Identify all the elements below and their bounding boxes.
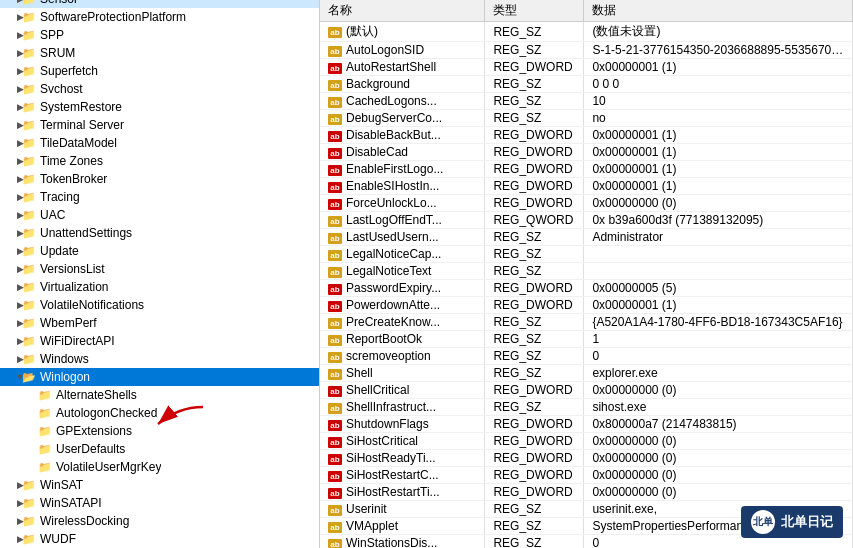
table-row[interactable]: abLastUsedUsern...REG_SZAdministrator <box>320 229 853 246</box>
tree-item-softwareprotectionplatform[interactable]: SoftwareProtectionPlatform <box>0 8 319 26</box>
expand-arrow[interactable] <box>4 66 20 76</box>
tree-item-winlogon[interactable]: Winlogon <box>0 368 319 386</box>
reg-name-cell: abAutoRestartShell <box>320 59 485 76</box>
tree-item-wirelessdocking[interactable]: WirelessDocking <box>0 512 319 530</box>
expand-arrow[interactable] <box>4 282 20 292</box>
tree-item-volatileusermgrkey[interactable]: VolatileUserMgrKey <box>0 458 319 476</box>
tree-item-windows[interactable]: Windows <box>0 350 319 368</box>
reg-data-cell: explorer.exe <box>584 365 853 382</box>
tree-item-volatilenotifications[interactable]: VolatileNotifications <box>0 296 319 314</box>
expand-arrow[interactable] <box>4 138 20 148</box>
tree-item-label: SoftwareProtectionPlatform <box>38 10 186 24</box>
reg-sz-icon: ab <box>328 352 342 363</box>
table-row[interactable]: abDisableCadREG_DWORD0x00000001 (1) <box>320 144 853 161</box>
expand-arrow[interactable] <box>4 480 20 490</box>
expand-arrow[interactable] <box>4 174 20 184</box>
tree-item-terminalserver[interactable]: Terminal Server <box>0 116 319 134</box>
table-row[interactable]: abEnableSIHostIn...REG_DWORD0x00000001 (… <box>320 178 853 195</box>
folder-icon <box>20 208 38 222</box>
tree-item-alternateshells[interactable]: AlternateShells <box>0 386 319 404</box>
table-row[interactable]: abSiHostCriticalREG_DWORD0x00000000 (0) <box>320 433 853 450</box>
tree-item-winsat[interactable]: WinSAT <box>0 476 319 494</box>
expand-arrow[interactable] <box>4 516 20 526</box>
table-row[interactable]: abEnableFirstLogo...REG_DWORD0x00000001 … <box>320 161 853 178</box>
col-name[interactable]: 名称 <box>320 0 485 22</box>
expand-arrow[interactable] <box>4 264 20 274</box>
expand-arrow[interactable] <box>4 210 20 220</box>
tree-item-unattendsettings[interactable]: UnattendSettings <box>0 224 319 242</box>
table-row[interactable]: abAutoLogonSIDREG_SZS-1-5-21-3776154350-… <box>320 42 853 59</box>
table-row[interactable]: abLegalNoticeTextREG_SZ <box>320 263 853 280</box>
table-row[interactable]: abscremoveoptionREG_SZ0 <box>320 348 853 365</box>
expand-arrow[interactable] <box>4 156 20 166</box>
table-row[interactable]: abShellCriticalREG_DWORD0x00000000 (0) <box>320 382 853 399</box>
tree-item-systemrestore[interactable]: SystemRestore <box>0 98 319 116</box>
tree-item-versionslist[interactable]: VersionsList <box>0 260 319 278</box>
tree-item-userdefaults[interactable]: UserDefaults <box>0 440 319 458</box>
tree-item-label: WirelessDocking <box>38 514 129 528</box>
table-row[interactable]: abSiHostRestartC...REG_DWORD0x00000000 (… <box>320 467 853 484</box>
table-row[interactable]: abReportBootOkREG_SZ1 <box>320 331 853 348</box>
expand-arrow[interactable] <box>4 192 20 202</box>
table-row[interactable]: abPowerdownAtte...REG_DWORD0x00000001 (1… <box>320 297 853 314</box>
tree-item-timezones[interactable]: Time Zones <box>0 152 319 170</box>
expand-arrow[interactable] <box>4 228 20 238</box>
expand-arrow[interactable] <box>4 48 20 58</box>
table-row[interactable]: abShellREG_SZexplorer.exe <box>320 365 853 382</box>
table-row[interactable]: abSiHostRestartTi...REG_DWORD0x00000000 … <box>320 484 853 501</box>
reg-sz-icon: ab <box>328 27 342 38</box>
tree-item-spp[interactable]: SPP <box>0 26 319 44</box>
table-row[interactable]: abShellInfrastruct...REG_SZsihost.exe <box>320 399 853 416</box>
table-row[interactable]: abDisableBackBut...REG_DWORD0x00000001 (… <box>320 127 853 144</box>
tree-item-tokenbroker[interactable]: TokenBroker <box>0 170 319 188</box>
table-row[interactable]: abPasswordExpiry...REG_DWORD0x00000005 (… <box>320 280 853 297</box>
expand-arrow[interactable] <box>4 246 20 256</box>
table-row[interactable]: abShutdownFlagsREG_DWORD0x800000a7 (2147… <box>320 416 853 433</box>
tree-item-svchost[interactable]: Svchost <box>0 80 319 98</box>
tree-item-srum[interactable]: SRUM <box>0 44 319 62</box>
table-row[interactable]: abCachedLogons...REG_SZ10 <box>320 93 853 110</box>
expand-arrow[interactable] <box>4 84 20 94</box>
expand-arrow[interactable] <box>4 372 20 382</box>
table-row[interactable]: abSiHostReadyTi...REG_DWORD0x00000000 (0… <box>320 450 853 467</box>
col-data[interactable]: 数据 <box>584 0 853 22</box>
expand-arrow[interactable] <box>4 318 20 328</box>
table-row[interactable]: abBackgroundREG_SZ0 0 0 <box>320 76 853 93</box>
expand-arrow[interactable] <box>4 102 20 112</box>
table-row[interactable]: abPreCreateKnow...REG_SZ{A520A1A4-1780-4… <box>320 314 853 331</box>
registry-tree[interactable]: PortsPrefetcherPrintProfileListProfileNo… <box>0 0 320 548</box>
folder-icon <box>20 46 38 60</box>
expand-arrow[interactable] <box>4 12 20 22</box>
tree-item-wifidirectapi[interactable]: WiFiDirectAPI <box>0 332 319 350</box>
table-row[interactable]: abForceUnlockLo...REG_DWORD0x00000000 (0… <box>320 195 853 212</box>
tree-item-tiledatamodel[interactable]: TileDataModel <box>0 134 319 152</box>
tree-item-wudf[interactable]: WUDF <box>0 530 319 548</box>
expand-arrow[interactable] <box>4 0 20 4</box>
expand-arrow[interactable] <box>4 120 20 130</box>
expand-arrow[interactable] <box>4 498 20 508</box>
tree-item-autologonchecked[interactable]: AutologonChecked <box>0 404 319 422</box>
expand-arrow[interactable] <box>4 534 20 544</box>
reg-type-cell: REG_SZ <box>485 42 584 59</box>
tree-item-sensor[interactable]: Sensor <box>0 0 319 8</box>
tree-item-wbemperf[interactable]: WbemPerf <box>0 314 319 332</box>
tree-item-update[interactable]: Update <box>0 242 319 260</box>
expand-arrow[interactable] <box>4 30 20 40</box>
tree-item-uac[interactable]: UAC <box>0 206 319 224</box>
tree-item-tracing[interactable]: Tracing <box>0 188 319 206</box>
tree-item-virtualization[interactable]: Virtualization <box>0 278 319 296</box>
table-row[interactable]: abDebugServerCo...REG_SZno <box>320 110 853 127</box>
expand-arrow[interactable] <box>4 336 20 346</box>
table-row[interactable]: ab(默认)REG_SZ(数值未设置) <box>320 22 853 42</box>
reg-name-cell: ab(默认) <box>320 22 485 42</box>
tree-item-superfetch[interactable]: Superfetch <box>0 62 319 80</box>
tree-item-winsatapi[interactable]: WinSATAPI <box>0 494 319 512</box>
reg-data-cell: 0x00000000 (0) <box>584 433 853 450</box>
expand-arrow[interactable] <box>4 354 20 364</box>
table-row[interactable]: abAutoRestartShellREG_DWORD0x00000001 (1… <box>320 59 853 76</box>
tree-item-gpextensions[interactable]: GPExtensions <box>0 422 319 440</box>
table-row[interactable]: abLastLogOffEndT...REG_QWORD0x b39a600d3… <box>320 212 853 229</box>
expand-arrow[interactable] <box>4 300 20 310</box>
col-type[interactable]: 类型 <box>485 0 584 22</box>
table-row[interactable]: abLegalNoticeCap...REG_SZ <box>320 246 853 263</box>
